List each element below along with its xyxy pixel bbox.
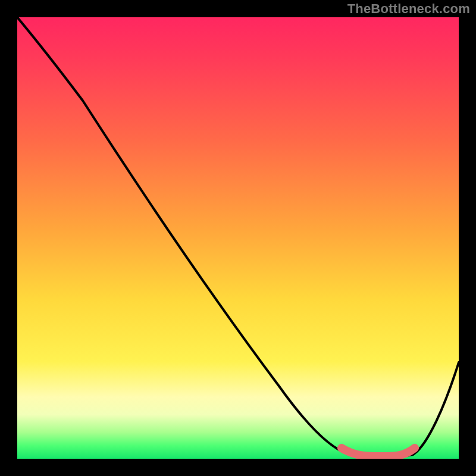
curve-svg [17, 17, 459, 459]
chart-container: TheBottleneck.com [0, 0, 476, 476]
optimal-range-highlight [342, 448, 415, 456]
plot-area [17, 17, 459, 459]
attribution-label: TheBottleneck.com [347, 1, 470, 17]
bottleneck-curve [17, 17, 459, 457]
